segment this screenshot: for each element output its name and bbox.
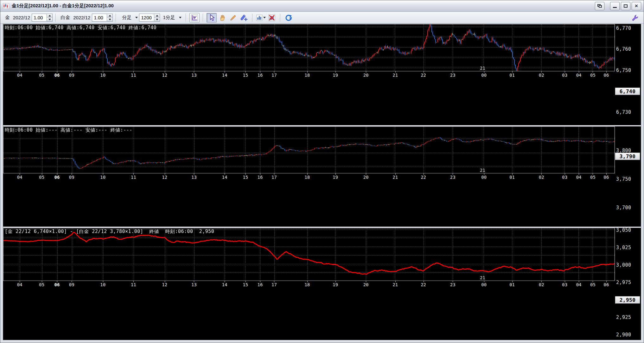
x-axis-label: 04 [17, 175, 22, 180]
x-axis-label: 04 [17, 73, 22, 78]
pan-tool-button[interactable] [217, 13, 227, 23]
x-axis-label: 00 [481, 73, 487, 78]
x-axis-label: 05 [590, 175, 596, 180]
y-axis-label: 3,750 [616, 176, 631, 182]
toolbar-separator [280, 14, 281, 22]
x-axis-label: 11 [131, 73, 136, 78]
marker-tool-button[interactable] [239, 13, 249, 23]
dropdown-arrow-icon [135, 17, 138, 18]
chart-area: 時刻:06:00 始値:6,740 高値:6,740 安値:6,740 終値:6… [3, 24, 641, 340]
x-axis-label: 17 [271, 73, 277, 78]
y-axis-label: 2,975 [616, 280, 631, 285]
x-axis-label: 20 [363, 282, 369, 287]
x-axis-label: 05 [590, 282, 596, 287]
toolbar-separator [186, 14, 186, 22]
minimize-button[interactable] [610, 2, 620, 10]
toolbar-separator [203, 14, 203, 22]
spread-y-axis: 2,950 3,0503,0253,0002,9752,9502,9252,90… [615, 228, 641, 340]
spinner-down-button[interactable] [154, 18, 160, 21]
x-axis-label: 05 [590, 73, 596, 78]
up-arrow-icon [48, 15, 51, 16]
y-axis-label: 3,050 [616, 227, 631, 233]
x-axis-label: 13 [191, 282, 197, 287]
settings-wrench-button[interactable] [630, 13, 640, 23]
x-axis-label: 18 [304, 73, 310, 78]
x-axis-label: 06 [604, 282, 609, 287]
x-axis-label: 10 [100, 73, 105, 78]
x-axis-label: 05 [39, 175, 44, 180]
platinum-chart-canvas[interactable] [3, 127, 615, 173]
toolbar-separator [252, 14, 253, 22]
gold-chart-canvas[interactable] [3, 24, 615, 71]
chart-type-button[interactable] [256, 13, 266, 23]
spinner-down-button[interactable] [47, 18, 52, 21]
platinum-multiplier-value[interactable]: 1.00 [92, 14, 107, 21]
x-axis-label: 09 [69, 282, 74, 287]
chart-settings-button[interactable] [189, 13, 200, 23]
bar-type-dropdown[interactable]: 分足 [120, 15, 138, 21]
draw-tool-button[interactable] [228, 13, 238, 23]
x-axis-label: 04 [576, 175, 582, 180]
x-axis-label: 21 [392, 73, 398, 78]
x-axis-label: 17 [271, 282, 277, 287]
select-arrow-icon [208, 14, 215, 21]
delete-chart-button[interactable] [267, 13, 277, 23]
bar-count-spinner[interactable]: 1200 [139, 14, 160, 22]
x-axis-label: 03 [562, 73, 567, 78]
x-axis-label: 15 [243, 282, 248, 287]
day-marker: 21 [480, 275, 485, 280]
x-axis-label: 18 [304, 282, 310, 287]
x-axis-label: 21 [392, 175, 398, 180]
spread-chart-canvas[interactable] [3, 228, 615, 280]
x-axis-label: 16 [258, 282, 263, 287]
x-axis-label: 16 [258, 175, 263, 180]
spinner-up-button[interactable] [107, 14, 112, 18]
gold-multiplier-spinner[interactable]: 1.00 [32, 14, 53, 22]
window-controls: × [595, 2, 641, 10]
close-button[interactable]: × [632, 2, 641, 10]
x-axis-label: 06 [604, 175, 609, 180]
x-axis-label: 13 [191, 175, 197, 180]
hand-icon [219, 14, 226, 21]
x-axis-label: 13 [191, 73, 197, 78]
platinum-current-price-label: 3,790 [615, 152, 640, 160]
dropdown-arrow-icon [263, 17, 266, 18]
window-title: 金1分足[2022/12]1.00 - 白金1分足[2022/12]1.00 [12, 3, 114, 9]
interval-dropdown[interactable]: 1分足 [161, 15, 181, 21]
x-axis-label: 10 [100, 282, 105, 287]
x-axis-label: 01 [509, 282, 515, 287]
down-arrow-icon [109, 19, 111, 20]
chart-settings-icon [191, 14, 198, 21]
bar-count-value[interactable]: 1200 [139, 14, 154, 21]
x-axis-label: 09 [69, 73, 74, 78]
pencil-icon [230, 14, 237, 21]
gold-month-label: 2022/12 [13, 15, 30, 20]
x-axis-label: 16 [258, 73, 263, 78]
spinner-up-button[interactable] [154, 14, 160, 18]
cascade-window-button[interactable] [595, 2, 604, 10]
x-axis-label: 02 [539, 73, 544, 78]
up-arrow-icon [109, 15, 111, 16]
x-axis-label: 15 [243, 73, 248, 78]
x-axis-label: 10 [100, 175, 105, 180]
spinner-down-button[interactable] [107, 18, 112, 21]
refresh-button[interactable]: R [284, 13, 294, 23]
maximize-button[interactable] [621, 2, 630, 10]
svg-text:R: R [290, 16, 292, 20]
bar-chart-icon [256, 14, 263, 21]
platinum-multiplier-spinner[interactable]: 1.00 [92, 14, 113, 22]
day-marker: 21 [480, 66, 485, 71]
x-axis-label: 04 [576, 73, 582, 78]
x-axis-label: 14 [222, 282, 227, 287]
gold-multiplier-value[interactable]: 1.00 [32, 14, 47, 21]
select-tool-button[interactable] [207, 13, 217, 23]
title-bar: 金1分足[2022/12]1.00 - 白金1分足[2022/12]1.00 × [0, 0, 644, 12]
platinum-plot: 時刻:06:00 始値:--- 高値:--- 安値:--- 終値:--- 21 [3, 126, 615, 173]
x-axis-label: 06 [604, 73, 609, 78]
spinner-up-button[interactable] [47, 14, 52, 18]
x-axis-label: 11 [131, 282, 136, 287]
down-arrow-icon [48, 19, 51, 20]
x-axis-label: 04 [576, 282, 582, 287]
x-axis-label: 23 [450, 73, 456, 78]
x-axis-label: 06 [54, 73, 60, 78]
